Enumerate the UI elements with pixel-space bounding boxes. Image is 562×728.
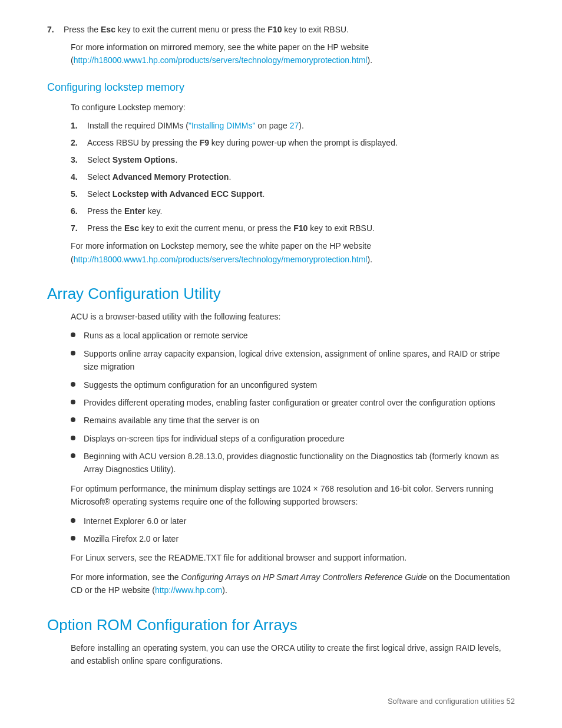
list-item: Suggests the optimum configuration for a… [71, 378, 515, 391]
top-step-7: 7. Press the Esc key to exit the current… [47, 24, 515, 36]
lockstep-step-1: 1. Install the required DIMMs ("Installi… [71, 120, 515, 132]
step-6-num: 6. [71, 205, 87, 218]
bullet-text: Remains available any time that the serv… [84, 414, 515, 427]
list-item: Displays on-screen tips for individual s… [71, 432, 515, 445]
bullet-text: Provides different operating modes, enab… [84, 396, 515, 409]
lockstep-heading: Configuring lockstep memory [47, 81, 515, 94]
step-7-num: 7. [47, 24, 64, 36]
step-1-content: Install the required DIMMs ("Installing … [87, 120, 515, 132]
list-item: Beginning with ACU version 8.28.13.0, pr… [71, 450, 515, 476]
step-1-num: 1. [71, 120, 87, 132]
lockstep-step-7-content: Press the Esc key to exit the current me… [87, 222, 515, 235]
step-4-num: 4. [71, 171, 87, 183]
lockstep-step-3: 3. Select System Options. [71, 154, 515, 166]
lockstep-footer-info: For more information on Lockstep memory,… [71, 239, 515, 266]
acu-heading: Array Configuration Utility [47, 285, 515, 303]
lockstep-step-2: 2. Access RBSU by pressing the F9 key du… [71, 137, 515, 149]
step-6-content: Press the Enter key. [87, 205, 515, 218]
orca-heading: Option ROM Configuration for Arrays [47, 616, 515, 634]
lockstep-step-4: 4. Select Advanced Memory Protection. [71, 171, 515, 183]
step-2-num: 2. [71, 137, 87, 149]
bullet-text: Displays on-screen tips for individual s… [84, 432, 515, 445]
bullet-dot [71, 536, 75, 541]
installing-dimms-link[interactable]: "Installing DIMMs" [189, 121, 255, 130]
step-4-content: Select Advanced Memory Protection. [87, 171, 515, 183]
acu-intro: ACU is a browser-based utility with the … [71, 310, 515, 323]
orca-text: Before installing an operating system, y… [71, 641, 515, 668]
bullet-text: Supports online array capacity expansion… [84, 347, 515, 374]
lockstep-step-7-num: 7. [71, 222, 87, 235]
lockstep-intro: To configure Lockstep memory: [71, 101, 515, 114]
list-item: Provides different operating modes, enab… [71, 396, 515, 409]
acu-perf-text: For optimum performance, the minimum dis… [71, 482, 515, 509]
list-item: Mozilla Firefox 2.0 or later [71, 532, 515, 545]
bullet-dot [71, 332, 75, 337]
bullet-dot [71, 417, 75, 422]
step-3-content: Select System Options. [87, 154, 515, 166]
mirrored-memory-info: For more information on mirrored memory,… [71, 41, 515, 67]
bullet-dot [71, 382, 75, 387]
list-item: Runs as a local application or remote se… [71, 329, 515, 342]
step-7-content: Press the Esc key to exit the current me… [64, 24, 515, 36]
step-5-content: Select Lockstep with Advanced ECC Suppor… [87, 188, 515, 200]
list-item: Internet Explorer 6.0 or later [71, 515, 515, 528]
bullet-text: Suggests the optimum configuration for a… [84, 378, 515, 391]
acu-features-list: Runs as a local application or remote se… [71, 329, 515, 476]
bullet-text: Mozilla Firefox 2.0 or later [84, 532, 515, 545]
hp-website-link[interactable]: http://www.hp.com [155, 585, 222, 595]
bullet-dot [71, 436, 75, 440]
page-27-link[interactable]: 27 [290, 121, 299, 130]
bullet-dot [71, 351, 75, 355]
list-item: Remains available any time that the serv… [71, 414, 515, 427]
step-2-content: Access RBSU by pressing the F9 key durin… [87, 137, 515, 149]
bullet-text: Internet Explorer 6.0 or later [84, 515, 515, 528]
bullet-dot [71, 400, 75, 404]
acu-ref-text: For more information, see the Configurin… [71, 571, 515, 597]
list-item: Supports online array capacity expansion… [71, 347, 515, 374]
bullet-dot [71, 453, 75, 458]
page-footer: Software and configuration utilities 52 [47, 691, 515, 706]
mirrored-memory-link[interactable]: http://h18000.www1.hp.com/products/serve… [74, 55, 368, 65]
step-3-num: 3. [71, 154, 87, 166]
lockstep-memory-link[interactable]: http://h18000.www1.hp.com/products/serve… [74, 255, 368, 264]
bullet-text: Beginning with ACU version 8.28.13.0, pr… [84, 450, 515, 476]
bullet-text: Runs as a local application or remote se… [84, 329, 515, 342]
lockstep-step-7: 7. Press the Esc key to exit the current… [71, 222, 515, 235]
linux-text: For Linux servers, see the README.TXT fi… [71, 551, 515, 564]
lockstep-step-5: 5. Select Lockstep with Advanced ECC Sup… [71, 188, 515, 200]
page-content: 7. Press the Esc key to exit the current… [0, 0, 562, 728]
lockstep-step-6: 6. Press the Enter key. [71, 205, 515, 218]
step-5-num: 5. [71, 188, 87, 200]
browser-list: Internet Explorer 6.0 or later Mozilla F… [71, 515, 515, 546]
bullet-dot [71, 518, 75, 523]
